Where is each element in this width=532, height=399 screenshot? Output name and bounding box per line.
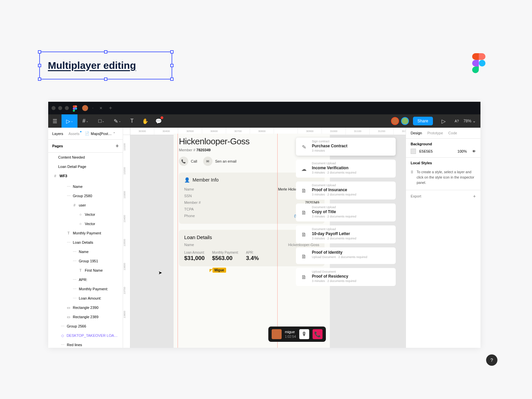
page-item[interactable]: Content Needed <box>48 153 123 162</box>
document-icon: 🗎 <box>300 273 308 281</box>
window-controls[interactable] <box>52 106 69 110</box>
selection-handle <box>104 77 107 81</box>
layer-item[interactable]: ○Vector <box>48 210 123 219</box>
shape-tool-icon[interactable]: □⌄ <box>93 114 109 128</box>
mic-button[interactable]: 🎙 <box>299 329 309 339</box>
layer-item[interactable]: #user <box>48 200 123 210</box>
call-action[interactable]: 📞Call <box>179 157 197 166</box>
mail-icon: ✉ <box>203 157 212 166</box>
layers-tab[interactable]: Layers <box>52 132 63 136</box>
layer-item[interactable]: TMonthly Payment <box>48 228 123 238</box>
selection-handle <box>38 50 41 54</box>
layer-item[interactable]: ▭Rectangle 2389 <box>48 312 123 322</box>
pointer-cursor-icon: ➤ <box>158 270 162 275</box>
selection-handle <box>170 77 174 81</box>
layer-item[interactable]: ⋯Name <box>48 182 123 191</box>
phone-icon: 📞 <box>179 157 188 166</box>
layer-item[interactable]: ⋯Group 1951 <box>48 256 123 266</box>
selection-handle <box>170 50 174 54</box>
loan-stat: Loan Amount:$31,000 <box>184 251 205 262</box>
call-avatar <box>272 329 282 339</box>
move-tool-icon[interactable]: ▷⌄ <box>62 114 77 128</box>
layer-item[interactable]: ⋯Loan Details <box>48 238 123 247</box>
text-tool-icon[interactable]: T <box>125 114 139 128</box>
background-label: Background <box>411 142 476 146</box>
selection-handle <box>38 77 41 81</box>
zoom-level[interactable]: 78% ⌄ <box>464 119 476 123</box>
tab-close-icon[interactable]: × <box>99 105 102 111</box>
call-overlay: migue1:02:54 🎙 📞 <box>268 327 326 342</box>
design-tab[interactable]: Design <box>411 131 422 135</box>
background-hex[interactable]: E5E5E5 <box>419 149 433 153</box>
page-item[interactable]: #WF3 <box>48 171 123 181</box>
hamburger-menu-icon[interactable]: ☰ <box>48 114 62 128</box>
hangup-button[interactable]: 📞 <box>313 329 323 339</box>
figma-home-icon[interactable] <box>73 105 78 111</box>
share-button[interactable]: Share <box>413 117 433 125</box>
add-export-icon[interactable]: + <box>473 194 476 199</box>
styles-grid-icon: ⠿ <box>411 170 413 185</box>
layer-item[interactable]: ◇DESKTOP_TAKEOVER LOAN A… <box>48 331 123 340</box>
help-button[interactable]: ? <box>486 354 497 366</box>
document-icon: ✎ <box>300 143 308 151</box>
email-action[interactable]: ✉Sen an email <box>203 157 236 166</box>
document-item[interactable]: ☁Document UploadIncome Verification3 min… <box>296 160 396 178</box>
assets-tab[interactable]: Assets <box>68 132 79 136</box>
document-item[interactable]: 🗎Document UploadCopy of Title3 minutes ·… <box>296 203 396 221</box>
view-settings-icon[interactable]: A? <box>450 114 464 128</box>
layer-item[interactable]: TFirst Name <box>48 266 123 275</box>
pages-header: Pages <box>52 144 63 148</box>
guide-line <box>277 134 278 348</box>
present-icon[interactable]: ▷ <box>437 114 450 128</box>
page-item[interactable]: Loan Detail Page <box>48 162 123 171</box>
collaborator-avatar[interactable] <box>401 117 409 125</box>
comment-tool-icon[interactable]: 💬 <box>152 114 165 128</box>
layer-item[interactable]: ▭Rectangle 2390 <box>48 303 123 312</box>
layer-item[interactable]: ⋯Group 2580 <box>48 191 123 200</box>
document-item[interactable]: ✎Sign contractPurchase Contract3 minutes <box>296 138 396 156</box>
document-item[interactable]: 🗎Proof of IdentityUpload Document · 2 do… <box>296 247 396 264</box>
pen-tool-icon[interactable]: ✎⌄ <box>109 114 125 128</box>
file-selector[interactable]: 📄 Maps[Post… ⌃ <box>85 131 115 136</box>
toolbar: ☰ ▷⌄ #⌄ □⌄ ✎⌄ T ✋ 💬 Share ▷ A? 78% ⌄ <box>48 114 480 128</box>
selection-handle <box>104 50 107 54</box>
layer-item[interactable]: ⋯Group 2566 <box>48 322 123 331</box>
file-tab-avatar[interactable] <box>82 105 88 111</box>
background-opacity[interactable]: 100% <box>458 149 467 153</box>
local-styles-hint: To create a style, select a layer and cl… <box>417 170 476 185</box>
document-item[interactable]: 🗎Document Upload10-day Payoff Letter3 mi… <box>296 225 396 243</box>
document-item[interactable]: 🗎Document UploadProof of Insurance3 minu… <box>296 182 396 200</box>
canvas[interactable]: 3030030400305003060030700308003090031000… <box>123 128 406 348</box>
page-title: Multiplayer editing <box>48 60 136 71</box>
document-item[interactable]: 🗎Upload DocumentProof of Residency3 minu… <box>296 268 396 286</box>
ruler-corner <box>123 128 130 135</box>
layer-item[interactable]: ⋯Loan Amount: <box>48 294 123 303</box>
layer-item[interactable]: ⋯APR: <box>48 275 123 284</box>
code-tab[interactable]: Code <box>448 131 457 135</box>
layer-item[interactable]: ⋯Red lines <box>48 340 123 348</box>
figma-logo-icon <box>472 53 485 74</box>
add-page-icon[interactable]: + <box>116 143 119 149</box>
right-panel: Design Prototype Code Background E5E5E5 … <box>406 128 480 348</box>
frame-tool-icon[interactable]: #⌄ <box>77 114 93 128</box>
layer-item[interactable]: ○Vector <box>48 219 123 228</box>
window-tabbar: · × + <box>48 102 480 114</box>
user-icon: 👤 <box>184 177 190 183</box>
layer-item[interactable]: ⋯Name <box>48 247 123 256</box>
document-icon: 🗎 <box>300 253 308 261</box>
left-panel: Layers Assets 📄 Maps[Post… ⌃ Pages + Con… <box>48 128 123 348</box>
document-icon: ☁ <box>300 165 308 173</box>
figma-editor-window: · × + ☰ ▷⌄ #⌄ □⌄ ✎⌄ T ✋ 💬 Share ▷ A? 78%… <box>48 102 480 348</box>
document-icon: 🗎 <box>300 209 308 217</box>
local-styles-label: Local Styles <box>411 161 476 165</box>
document-icon: 🗎 <box>300 187 308 195</box>
collaborator-avatar[interactable] <box>391 117 399 125</box>
new-tab-icon[interactable]: + <box>109 105 112 111</box>
prototype-tab[interactable]: Prototype <box>427 131 443 135</box>
hand-tool-icon[interactable]: ✋ <box>139 114 152 128</box>
background-swatch[interactable] <box>411 149 416 154</box>
loan-stat: APR:3.4% <box>246 251 259 262</box>
layer-item[interactable]: ⋯Monthly Payment: <box>48 284 123 294</box>
document-list: ✎Sign contractPurchase Contract3 minutes… <box>296 138 396 290</box>
visibility-icon[interactable]: 👁 <box>472 149 476 153</box>
